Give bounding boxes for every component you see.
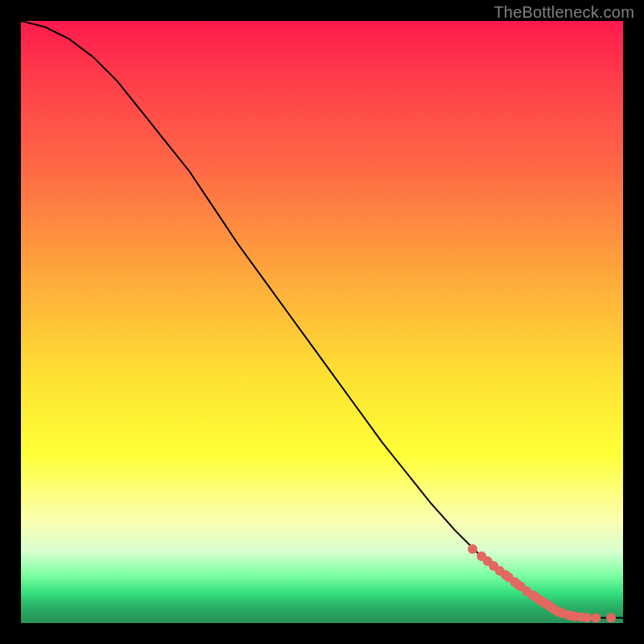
data-point bbox=[468, 544, 477, 554]
scatter-dots bbox=[468, 544, 616, 623]
data-point bbox=[591, 613, 601, 623]
main-curve bbox=[21, 21, 623, 618]
plot-area bbox=[21, 21, 623, 623]
chart-frame: TheBottleneck.com bbox=[0, 0, 644, 644]
chart-svg bbox=[21, 21, 623, 623]
data-point bbox=[606, 613, 616, 623]
data-point bbox=[582, 613, 592, 622]
watermark-text: TheBottleneck.com bbox=[493, 3, 634, 22]
